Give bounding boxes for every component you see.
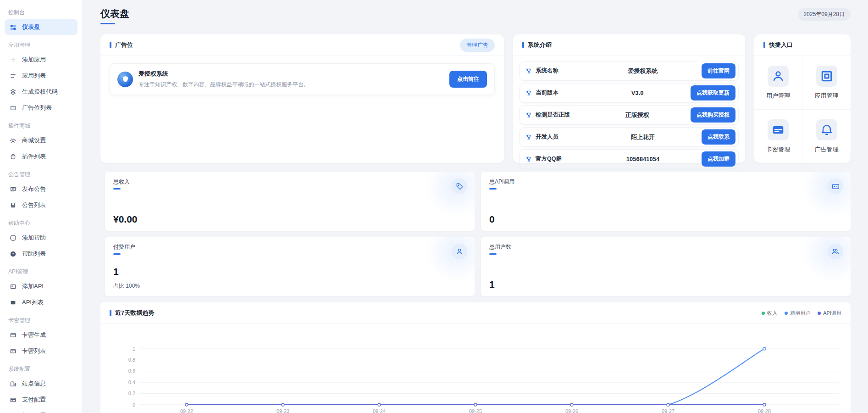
sidebar-item-站点信息[interactable]: 站点信息 <box>5 376 77 391</box>
sidebar-item-插件列表[interactable]: 插件列表 <box>5 149 77 164</box>
stat-label: 付费用户 <box>113 243 466 255</box>
svg-text:0.2: 0.2 <box>128 391 135 396</box>
sidebar-item-添加API[interactable]: 添加API <box>5 279 77 294</box>
trophy-icon <box>525 134 532 140</box>
api-list-icon <box>10 299 17 306</box>
sidebar: 控制台仪表盘应用管理添加应用应用列表生成授权代码广告位列表插件商城商城设置插件列… <box>0 0 82 413</box>
sidebar-item-添加帮助[interactable]: 添加帮助 <box>5 230 77 246</box>
stat-label: 总API调用 <box>489 178 842 190</box>
card-list-icon <box>10 348 17 355</box>
sidebar-item-发布公告[interactable]: 发布公告 <box>5 181 77 197</box>
system-row-label: 官方QQ群 <box>536 155 584 163</box>
sidebar-section-label: 控制台 <box>0 3 82 19</box>
sidebar-section-label: 卡密管理 <box>0 311 82 327</box>
sidebar-item-应用列表[interactable]: 应用列表 <box>5 68 77 84</box>
system-row-button[interactable]: 前往官网 <box>702 63 735 78</box>
quick-entry-label: 用户管理 <box>766 92 790 100</box>
legend-label: API调用 <box>823 310 841 317</box>
shield-logo-icon <box>117 72 133 87</box>
system-row-label: 开发人员 <box>536 133 584 141</box>
api-call-icon <box>828 179 843 194</box>
sidebar-section-label: API管理 <box>0 262 82 278</box>
users-icon <box>828 244 843 259</box>
tag-icon <box>452 179 467 194</box>
sidebar-section-label: 插件商城 <box>0 116 82 132</box>
main-content: 仪表盘 2025年09月28日 广告位 管理广告 爱授权系统 <box>82 0 868 413</box>
ad-go-button[interactable]: 点击前往 <box>449 71 487 88</box>
sidebar-item-支付配置[interactable]: 支付配置 <box>5 392 77 407</box>
system-intro-row: 系统名称爱授权系统前往官网 <box>520 61 739 81</box>
system-card-header: 系统介绍 <box>513 34 745 56</box>
svg-text:0.8: 0.8 <box>128 357 135 363</box>
paid-user-icon <box>452 244 467 259</box>
sidebar-item-生成授权代码[interactable]: 生成授权代码 <box>5 84 77 100</box>
quick-entry-用户管理[interactable]: 用户管理 <box>754 56 802 110</box>
quick-entry-应用管理[interactable]: 应用管理 <box>802 56 851 110</box>
sidebar-section-label: 应用管理 <box>0 35 82 51</box>
stat-label: 总用户数 <box>489 243 842 255</box>
sidebar-section-label: 系统配置 <box>0 359 82 375</box>
quick-entry-card: 快捷入口 用户管理应用管理卡密管理广告管理 <box>754 34 851 163</box>
info-icon <box>10 234 17 241</box>
card-gen-icon <box>10 332 17 339</box>
layers-icon <box>10 89 17 95</box>
svg-text:?: ? <box>12 252 14 256</box>
svg-text:0.4: 0.4 <box>128 380 135 385</box>
legend-item-API调用[interactable]: API调用 <box>818 310 841 317</box>
api-add-icon <box>10 283 17 290</box>
system-row-button[interactable]: 点我购买授权 <box>691 107 735 123</box>
stat-decor-blob <box>802 172 851 217</box>
gear-icon <box>10 137 17 144</box>
system-row-button[interactable]: 点我获取更新 <box>691 85 735 100</box>
ad-name: 爱授权系统 <box>138 70 444 78</box>
sidebar-item-label: 广告位列表 <box>22 104 52 112</box>
quick-entry-grid: 用户管理应用管理卡密管理广告管理 <box>754 56 851 163</box>
sidebar-item-卡密生成[interactable]: 卡密生成 <box>5 327 77 343</box>
quick-entry-卡密管理[interactable]: 卡密管理 <box>754 110 802 163</box>
stat-card-总用户数: 总用户数1 <box>481 237 851 296</box>
manage-ads-button[interactable]: 管理广告 <box>460 39 495 52</box>
ad-description: 专注于知识产权、数字内容、品牌权益等领域的一站式授权服务平台。 <box>138 81 444 89</box>
stats-row-1: 总收入¥0.00总API调用0 <box>105 172 851 231</box>
card-manage-icon <box>768 119 789 140</box>
legend-item-新增用户[interactable]: 新增用户 <box>785 310 810 317</box>
trend-chart-card: 近7天数据趋势 收入新增用户API调用 00.20.40.60.8109-220… <box>100 302 851 413</box>
system-row-button[interactable]: 点我联系 <box>702 129 735 145</box>
system-intro-row: 检测是否正版正版授权点我购买授权 <box>520 105 739 125</box>
trophy-icon <box>525 112 532 118</box>
legend-label: 收入 <box>767 310 777 317</box>
sidebar-item-公告列表[interactable]: 公告列表 <box>5 197 77 213</box>
sidebar-item-label: 卡密生成 <box>22 331 46 339</box>
card-accent-bar <box>110 42 111 48</box>
sidebar-item-邮件配置[interactable]: 邮件配置 <box>5 408 77 413</box>
svg-text:09-27: 09-27 <box>662 408 674 413</box>
sidebar-item-仪表盘[interactable]: 仪表盘 <box>5 19 77 35</box>
legend-item-收入[interactable]: 收入 <box>762 310 777 317</box>
ad-card-body: 爱授权系统 专注于知识产权、数字内容、品牌权益等领域的一站式授权服务平台。 点击… <box>100 56 504 102</box>
legend-label: 新增用户 <box>790 310 810 317</box>
sidebar-item-广告位列表[interactable]: 广告位列表 <box>5 100 77 116</box>
trend-chart-svg: 00.20.40.60.8109-2209-2309-2409-2509-260… <box>109 326 842 413</box>
system-row-label: 系统名称 <box>536 67 584 75</box>
svg-text:09-28: 09-28 <box>758 408 771 413</box>
chart-legend: 收入新增用户API调用 <box>762 310 841 317</box>
quick-entry-label: 广告管理 <box>815 145 839 154</box>
stat-card-总收入: 总收入¥0.00 <box>105 172 475 231</box>
book-icon <box>10 202 17 209</box>
sidebar-item-label: API列表 <box>22 298 44 307</box>
ad-item[interactable]: 爱授权系统 专注于知识产权、数字内容、品牌权益等领域的一站式授权服务平台。 点击… <box>110 63 495 95</box>
system-row-button[interactable]: 点我加群 <box>702 151 735 167</box>
sidebar-item-卡密列表[interactable]: 卡密列表 <box>5 343 77 359</box>
top-cards-row: 广告位 管理广告 爱授权系统 专注于知识产权、数字内容、品牌权益等领域的一站式授… <box>100 34 851 163</box>
sidebar-item-商城设置[interactable]: 商城设置 <box>5 133 77 148</box>
system-row-value: 1056841054 <box>588 156 698 162</box>
sidebar-item-label: 站点信息 <box>22 380 46 388</box>
sidebar-item-API列表[interactable]: API列表 <box>5 295 77 310</box>
page-title: 仪表盘 <box>100 7 129 24</box>
sidebar-item-label: 添加应用 <box>22 56 46 64</box>
sidebar-item-添加应用[interactable]: 添加应用 <box>5 52 77 67</box>
sidebar-item-帮助列表[interactable]: ?帮助列表 <box>5 246 77 262</box>
date-badge: 2025年09月28日 <box>798 8 851 21</box>
plus-icon <box>10 56 17 63</box>
quick-entry-广告管理[interactable]: 广告管理 <box>802 110 851 163</box>
